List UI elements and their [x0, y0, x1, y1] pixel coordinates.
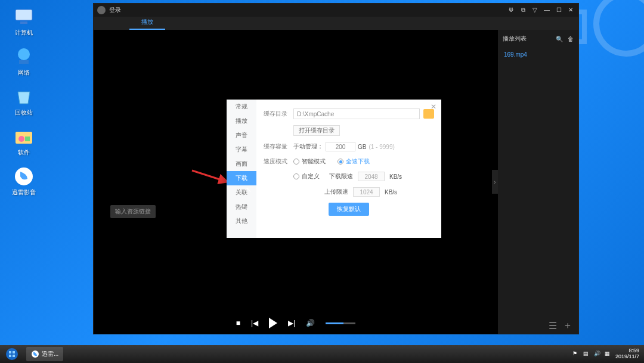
folder-icon	[13, 126, 35, 147]
playlist-item[interactable]: 169.mp4	[498, 48, 578, 61]
svg-rect-8	[25, 136, 30, 141]
prev-button[interactable]: |◀	[251, 319, 258, 327]
speed-mode-label: 速度模式	[264, 157, 293, 166]
stop-button[interactable]: ■	[236, 319, 240, 327]
avatar-icon[interactable]	[97, 6, 106, 14]
dialog-close-icon[interactable]: ✕	[431, 103, 436, 111]
search-icon[interactable]: 🔍	[556, 36, 563, 42]
trash-icon[interactable]: 🗑	[568, 36, 574, 42]
radio-smart[interactable]	[293, 159, 299, 165]
restore-default-button[interactable]: 恢复默认	[329, 203, 369, 216]
nav-hotkey[interactable]: 热键	[227, 200, 256, 214]
taskbar-app-label: 迅雷...	[42, 350, 58, 358]
nav-audio[interactable]: 声音	[227, 128, 256, 142]
window-controls: ⟱ ⧉ ▽ — ☐ ✕	[507, 7, 575, 14]
radio-fullspeed[interactable]	[338, 159, 343, 165]
open-cache-dir-button[interactable]: 打开缓存目录	[293, 125, 340, 136]
recycle-icon	[13, 86, 35, 107]
nav-general[interactable]: 常规	[227, 100, 256, 114]
maximize-icon[interactable]: ☐	[555, 7, 563, 14]
start-button[interactable]	[0, 345, 24, 363]
dl-limit-label: 下载限速	[329, 172, 353, 181]
cache-cap-label: 缓存容量	[264, 142, 293, 151]
nav-other[interactable]: 其他	[227, 214, 256, 228]
svg-rect-5	[19, 60, 29, 64]
pin-icon[interactable]: ▽	[531, 7, 539, 14]
dl-unit: KB/s	[389, 173, 402, 180]
close-icon[interactable]: ✕	[566, 7, 575, 14]
ul-unit: KB/s	[385, 189, 397, 196]
desktop-icons: 计算机 网络 回收站 软件 迅雷影音	[6, 6, 42, 197]
playlist-title: 播放列表	[503, 35, 527, 43]
login-button[interactable]: 登录	[109, 6, 121, 14]
smart-mode-label: 智能模式	[302, 157, 326, 166]
taskbar: 迅雷... ⚑ ▤ 🔊 ▦ 8:59 2019/11/7	[0, 345, 644, 363]
svg-point-4	[18, 48, 30, 60]
tray-flag-icon[interactable]: ⚑	[572, 350, 580, 358]
taskbar-app-xunlei[interactable]: 迅雷...	[26, 347, 63, 361]
taskbar-clock[interactable]: 8:59 2019/11/7	[615, 348, 639, 360]
system-tray[interactable]: ⚑ ▤ 🔊 ▦	[572, 350, 612, 358]
nav-video[interactable]: 画面	[227, 157, 256, 171]
custom-label: 自定义	[302, 172, 320, 181]
settings-nav: 常规 播放 声音 字幕 画面 下载 关联 热键 其他	[227, 100, 256, 238]
volume-slider[interactable]	[326, 322, 355, 324]
tray-ime-icon[interactable]: ▦	[605, 350, 612, 358]
cache-cap-input[interactable]	[326, 142, 355, 151]
play-button[interactable]	[269, 318, 277, 328]
desktop-icon-label: 网络	[18, 69, 30, 77]
desktop-icon-software[interactable]: 软件	[6, 126, 42, 157]
tab-bar: 播放	[94, 17, 578, 30]
search-hint[interactable]: 输入资源链接	[110, 205, 156, 218]
simplify-icon[interactable]: ⟱	[507, 7, 515, 14]
clock-date: 2019/11/7	[615, 354, 639, 360]
ul-limit-label: 上传限速	[324, 188, 348, 196]
svg-rect-3	[20, 21, 27, 24]
nav-subtitle[interactable]: 字幕	[227, 142, 256, 157]
add-icon[interactable]: ＋	[563, 319, 572, 332]
xunlei-icon	[13, 166, 35, 187]
list-mode-icon[interactable]: ☰	[549, 320, 557, 331]
svg-point-11	[6, 348, 18, 360]
cache-cap-unit: GB	[358, 144, 366, 150]
tray-network-icon[interactable]: ▤	[583, 350, 590, 358]
playlist-sidebar: 播放列表 🔍 🗑 169.mp4 ☰ ＋	[498, 30, 578, 334]
desktop-icon-xunlei[interactable]: 迅雷影音	[6, 166, 42, 197]
nav-assoc[interactable]: 关联	[227, 185, 256, 200]
cache-dir-label: 缓存目录	[264, 110, 293, 118]
network-icon	[13, 46, 35, 67]
desktop-icon-label: 软件	[18, 148, 30, 157]
svg-point-0	[596, 0, 644, 54]
sidebar-toggle[interactable]: ›	[492, 170, 498, 194]
mini-icon[interactable]: ⧉	[519, 7, 527, 14]
volume-icon[interactable]: 🔊	[306, 319, 315, 327]
radio-custom[interactable]	[293, 173, 299, 179]
ul-limit-input[interactable]	[353, 187, 380, 197]
player-controls: ■ |◀ ▶| 🔊	[94, 312, 498, 334]
cache-cap-range: (1 - 9999)	[369, 144, 394, 150]
desktop-icon-computer[interactable]: 计算机	[6, 6, 42, 37]
desktop-icon-label: 计算机	[15, 29, 33, 37]
titlebar[interactable]: 登录 ⟱ ⧉ ▽ — ☐ ✕	[94, 4, 578, 17]
windows-desktop: 计算机 网络 回收站 软件 迅雷影音 登录 ⟱ ⧉	[0, 0, 644, 363]
cache-dir-input[interactable]	[293, 108, 420, 119]
desktop-icon-label: 迅雷影音	[12, 188, 36, 197]
nav-playback[interactable]: 播放	[227, 114, 256, 128]
desktop-icon-label: 回收站	[15, 108, 33, 117]
computer-icon	[13, 6, 35, 27]
full-speed-label: 全速下载	[346, 157, 370, 166]
minimize-icon[interactable]: —	[543, 7, 551, 14]
nav-download[interactable]: 下载	[227, 171, 256, 185]
tray-volume-icon[interactable]: 🔊	[594, 350, 601, 358]
desktop-icon-network[interactable]: 网络	[6, 46, 42, 77]
desktop-icon-recycle[interactable]: 回收站	[6, 86, 42, 117]
tab-play[interactable]: 播放	[129, 15, 165, 30]
svg-rect-2	[16, 10, 32, 20]
dl-limit-input[interactable]	[358, 172, 385, 181]
cache-cap-prefix: 手动管理：	[293, 142, 323, 151]
svg-point-7	[18, 136, 24, 142]
settings-dialog: 常规 播放 声音 字幕 画面 下载 关联 热键 其他 ✕ 缓存目录 打开缓存目录…	[227, 100, 441, 238]
next-button[interactable]: ▶|	[288, 319, 295, 327]
